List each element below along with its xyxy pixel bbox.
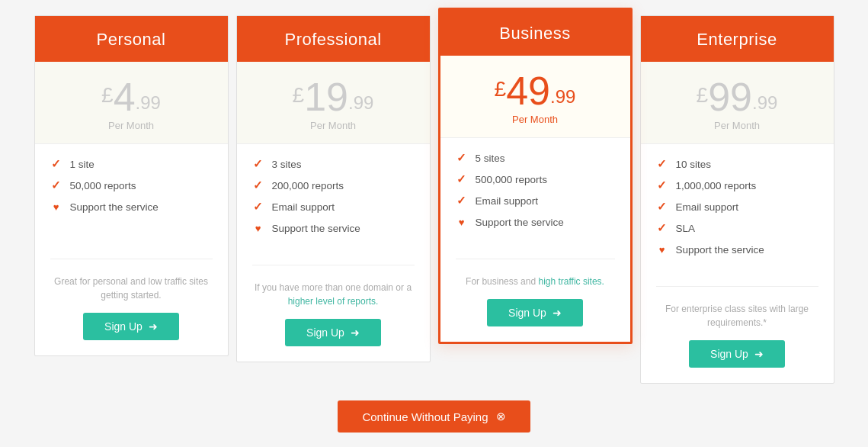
currency-symbol: £ [101, 85, 114, 106]
plan-features-professional: ✓3 sites✓200,000 reports✓Email support♥S… [237, 144, 430, 257]
currency-symbol: £ [495, 79, 507, 100]
plan-divider [456, 259, 615, 259]
check-icon: ✓ [657, 200, 667, 214]
feature-item: ✓5 sites [456, 152, 615, 164]
price-cents: .99 [550, 88, 575, 106]
plan-features-business: ✓5 sites✓500,000 reports✓Email support♥S… [440, 138, 630, 251]
arrow-right-icon: ➜ [149, 320, 158, 333]
feature-item: ♥Support the service [656, 243, 818, 256]
feature-item: ✓Email support [252, 201, 415, 213]
feature-text: 200,000 reports [272, 180, 344, 191]
signup-label: Sign Up [104, 320, 143, 333]
plan-footer-professional: If you have more than one domain or a hi… [237, 273, 430, 362]
plan-card-personal: Personal£4.99Per Month✓1 site✓50,000 rep… [34, 15, 229, 356]
arrow-right-icon: ➜ [351, 326, 360, 339]
feature-text: 50,000 reports [70, 180, 136, 191]
check-icon: ✓ [51, 157, 61, 171]
feature-text: Email support [676, 201, 739, 213]
feature-text: 500,000 reports [476, 174, 548, 185]
per-month-business: Per Month [448, 114, 623, 125]
check-icon: ✓ [51, 178, 61, 192]
check-icon: ✓ [657, 178, 667, 192]
feature-item: ♥Support the service [252, 222, 415, 234]
heart-icon: ♥ [255, 223, 261, 234]
feature-item: ✓Email support [456, 195, 615, 207]
signup-button-professional[interactable]: Sign Up ➜ [285, 319, 381, 346]
plan-description-business: For business and high traffic sites. [466, 275, 604, 288]
feature-text: 1,000,000 reports [676, 180, 757, 191]
check-icon: ✓ [456, 194, 466, 207]
feature-text: 1 site [70, 159, 94, 170]
check-icon: ✓ [657, 157, 667, 171]
feature-text: Support the service [476, 217, 564, 228]
plan-price-personal: £4.99 [43, 77, 220, 117]
plan-features-personal: ✓1 site✓50,000 reports♥Support the servi… [35, 144, 228, 251]
continue-without-paying-button[interactable]: Continue Without Paying ⊗ [338, 400, 530, 433]
check-icon: ✓ [253, 178, 263, 192]
check-icon: ✓ [456, 172, 466, 186]
currency-symbol: £ [293, 85, 305, 106]
plan-header-enterprise: Enterprise [641, 16, 834, 62]
highlight-text: high traffic sites. [538, 276, 604, 287]
feature-item: ✓1 site [50, 158, 213, 170]
feature-item: ✓50,000 reports [50, 179, 213, 191]
signup-label: Sign Up [306, 326, 344, 339]
check-icon: ✓ [657, 221, 667, 235]
price-cents: .99 [348, 94, 373, 112]
plan-features-enterprise: ✓10 sites✓1,000,000 reports✓Email suppor… [641, 144, 834, 278]
plan-card-enterprise: Enterprise£99.99Per Month✓10 sites✓1,000… [640, 15, 834, 384]
signup-button-enterprise[interactable]: Sign Up ➜ [689, 340, 785, 368]
per-month-professional: Per Month [245, 120, 422, 131]
plan-price-section-business: £49.99Per Month [440, 56, 630, 138]
signup-button-business[interactable]: Sign Up ➜ [487, 299, 583, 326]
signup-label: Sign Up [508, 307, 546, 319]
feature-item: ✓1,000,000 reports [656, 179, 818, 191]
plan-footer-business: For business and high traffic sites.Sign… [440, 267, 630, 342]
heart-icon: ♥ [459, 217, 465, 228]
check-icon: ✓ [253, 200, 263, 214]
feature-item: ✓Email support [656, 201, 818, 213]
plan-header-personal: Personal [35, 16, 228, 62]
feature-item: ✓3 sites [252, 158, 415, 170]
plan-divider [50, 259, 213, 259]
feature-item: ✓200,000 reports [252, 179, 415, 191]
feature-text: 5 sites [476, 153, 505, 164]
continue-icon: ⊗ [496, 410, 506, 423]
feature-text: Email support [476, 195, 539, 207]
feature-item: ✓500,000 reports [456, 173, 615, 185]
feature-item: ✓SLA [656, 222, 818, 234]
feature-item: ♥Support the service [50, 201, 213, 213]
continue-label: Continue Without Paying [362, 410, 488, 423]
plan-price-enterprise: £99.99 [649, 77, 826, 117]
per-month-enterprise: Per Month [649, 120, 826, 131]
plan-header-professional: Professional [237, 16, 430, 62]
feature-text: Email support [272, 201, 335, 213]
arrow-right-icon: ➜ [553, 307, 562, 319]
plan-description-professional: If you have more than one domain or a hi… [252, 281, 415, 308]
plan-price-section-professional: £19.99Per Month [237, 62, 430, 144]
arrow-right-icon: ➜ [754, 348, 764, 360]
heart-icon: ♥ [659, 244, 665, 256]
signup-button-personal[interactable]: Sign Up ➜ [83, 313, 179, 340]
heart-icon: ♥ [53, 201, 59, 213]
feature-item: ✓10 sites [656, 158, 818, 170]
plan-header-business: Business [440, 10, 630, 56]
feature-text: Support the service [70, 201, 159, 213]
currency-symbol: £ [697, 85, 709, 106]
highlight-text: higher level of reports. [288, 296, 379, 307]
plan-price-professional: £19.99 [245, 77, 422, 117]
per-month-personal: Per Month [43, 120, 220, 131]
plan-description-enterprise: For enterprise class sites with large re… [656, 302, 818, 330]
pricing-container: Personal£4.99Per Month✓1 site✓50,000 rep… [15, 15, 854, 384]
feature-text: 10 sites [676, 159, 712, 170]
plan-divider [656, 286, 818, 287]
price-cents: .99 [136, 94, 161, 112]
feature-text: 3 sites [272, 159, 302, 170]
feature-text: SLA [676, 223, 696, 234]
price-cents: .99 [752, 94, 777, 112]
signup-label: Sign Up [710, 348, 748, 360]
check-icon: ✓ [253, 157, 263, 171]
plan-price-section-personal: £4.99Per Month [35, 62, 228, 144]
feature-text: Support the service [272, 223, 360, 234]
plan-price-business: £49.99 [448, 71, 623, 111]
